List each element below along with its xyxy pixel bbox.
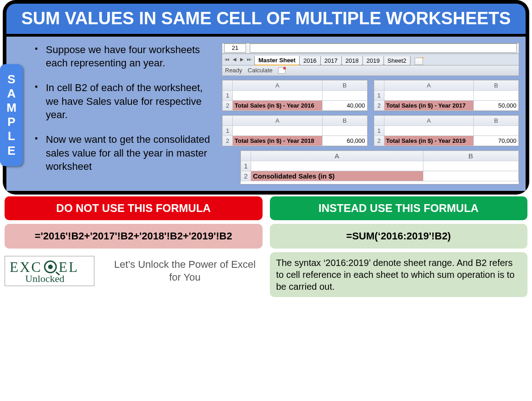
excel-panels: 21 ⏮ ◀ ▶ ⏭ Master Sheet 2016 2017 2018 (222, 43, 519, 185)
prev-sheet-button[interactable]: ◀ (231, 56, 238, 63)
sheet-nav-buttons: ⏮ ◀ ▶ ⏭ (222, 56, 254, 63)
cell-a2[interactable]: Total Sales (in $) - Year 2017 (384, 100, 474, 110)
mini-grid-2016: AB 1 2Total Sales (in $) - Year 201640,0… (222, 80, 368, 111)
row-header-2[interactable]: 2 (374, 135, 384, 146)
col-header-a[interactable]: A (251, 151, 423, 161)
cell-b2[interactable] (423, 171, 518, 181)
excel-tabbar-panel: 21 ⏮ ◀ ▶ ⏭ Master Sheet 2016 2017 2018 (222, 43, 519, 76)
footer-left: EXC EL Unlocked Let’s Unlock the Power o… (5, 252, 263, 290)
formula-comparison: DO NOT USE THIS FORMULA ='2016'!B2+'2017… (0, 196, 532, 297)
sample-letter: S (0, 72, 23, 87)
sheet-tab-master[interactable]: Master Sheet (254, 56, 300, 65)
bullet-item: In cell B2 of each of the worksheet, we … (46, 81, 213, 122)
row-header-1[interactable]: 1 (374, 90, 384, 100)
cell-a2[interactable]: Total Sales (in $) - Year 2018 (233, 135, 323, 146)
bad-formula-box: ='2016'!B2+'2017'!B2+'2018'!B2+'2019'!B2 (5, 224, 263, 249)
col-header-b[interactable]: B (423, 151, 518, 161)
col-header-a[interactable]: A (384, 80, 474, 90)
bullet-item: Now we want to get the consolidated sale… (46, 133, 213, 173)
mini-grid-master: AB 1 2Consolidated Sales (in $) (240, 150, 519, 185)
cell-a2[interactable]: Total Sales (in $) - Year 2019 (384, 135, 474, 146)
sheet-tab-2017[interactable]: 2017 (320, 56, 342, 65)
row-header-1[interactable]: 1 (241, 161, 251, 171)
magnifier-icon (43, 259, 58, 275)
sample-letter: M (0, 101, 23, 115)
status-ready: Ready (225, 67, 242, 74)
col-header-b[interactable]: B (322, 80, 367, 90)
sheet-tab-sheet2[interactable]: Sheet2 (384, 56, 411, 65)
sheet-tab-2016[interactable]: 2016 (299, 56, 321, 65)
logo-text-exc: EXC (10, 260, 42, 274)
document-card: SUM VALUES IN SAME CELL OF MULTIPLE WORK… (3, 0, 529, 195)
new-sheet-icon[interactable] (415, 58, 423, 65)
col-header-a[interactable]: A (233, 80, 323, 90)
next-sheet-button[interactable]: ▶ (239, 56, 245, 63)
mini-grid-2019: AB 1 2Total Sales (in $) - Year 201970,0… (373, 115, 520, 146)
page-title: SUM VALUES IN SAME CELL OF MULTIPLE WORK… (6, 4, 526, 34)
bullet-list: Suppose we have four worksheets each rep… (34, 43, 213, 185)
sheet-tab-2019[interactable]: 2019 (362, 56, 384, 65)
status-calculate: Calculate (248, 67, 273, 74)
excel-unlocked-logo: EXC EL Unlocked (5, 256, 94, 286)
col-header-b[interactable]: B (474, 115, 519, 125)
sample-letter: L (0, 129, 23, 143)
row-header-1[interactable]: 1 (374, 125, 384, 135)
col-header-b[interactable]: B (322, 115, 367, 125)
mini-grid-2018: AB 1 2Total Sales (in $) - Year 201860,0… (222, 115, 368, 146)
sample-section: S A M P L E Suppose we have four workshe… (6, 37, 526, 191)
row-header-2[interactable]: 2 (223, 135, 233, 146)
instead-use-column: INSTEAD USE THIS FORMULA =SUM(‘2016:2019… (270, 196, 528, 297)
formula-bar[interactable] (250, 43, 517, 53)
cell-b2[interactable]: 70,000 (474, 135, 519, 146)
do-not-use-banner: DO NOT USE THIS FORMULA (5, 196, 263, 220)
do-not-use-column: DO NOT USE THIS FORMULA ='2016'!B2+'2017… (5, 196, 263, 297)
sample-letter: P (0, 115, 23, 129)
sheet-tab-2018[interactable]: 2018 (341, 56, 363, 65)
first-sheet-button[interactable]: ⏮ (224, 56, 230, 63)
col-header-b[interactable]: B (474, 80, 519, 90)
row-header-2[interactable]: 2 (241, 171, 251, 181)
instead-use-banner: INSTEAD USE THIS FORMULA (270, 196, 528, 220)
explanation-box: The syntax ‘2016:2019’ denote sheet rang… (270, 252, 528, 297)
row-header-1[interactable]: 1 (223, 125, 233, 135)
sample-letter: E (0, 144, 23, 158)
name-box[interactable]: 21 (224, 43, 246, 53)
cell-b2[interactable]: 60,000 (322, 135, 367, 146)
cell-a2[interactable]: Consolidated Sales (in $) (251, 171, 423, 181)
mini-grid-2017: AB 1 2Total Sales (in $) - Year 201750,0… (373, 80, 520, 111)
tagline: Let’s Unlock the Power of Excel for You (107, 258, 262, 284)
cell-b2[interactable]: 50,000 (474, 100, 519, 110)
sample-letter: A (0, 87, 23, 101)
row-header-1[interactable]: 1 (223, 90, 233, 100)
good-formula-box: =SUM(‘2016:2019'!B2) (270, 224, 528, 249)
last-sheet-button[interactable]: ⏭ (246, 56, 252, 63)
macro-record-icon[interactable] (278, 67, 285, 74)
bullet-item: Suppose we have four worksheets each rep… (46, 43, 213, 70)
cell-b2[interactable]: 40,000 (322, 100, 367, 110)
col-header-a[interactable]: A (384, 115, 474, 125)
row-header-2[interactable]: 2 (223, 100, 233, 110)
sheet-tabs: Master Sheet 2016 2017 2018 2019 Sheet2 (254, 54, 423, 65)
row-header-2[interactable]: 2 (374, 100, 384, 110)
cell-a2[interactable]: Total Sales (in $) - Year 2016 (233, 100, 323, 110)
col-header-a[interactable]: A (233, 115, 323, 125)
sample-tab-label: S A M P L E (0, 64, 23, 166)
logo-text-el: EL (59, 260, 79, 274)
